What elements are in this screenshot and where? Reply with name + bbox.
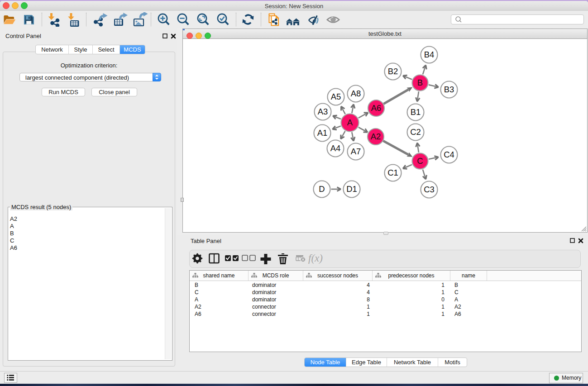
svg-text:B4: B4 [424,50,435,59]
svg-text:B2: B2 [388,67,398,76]
svg-text:C3: C3 [424,185,435,194]
svg-text:C: C [417,156,423,166]
svg-text:D1: D1 [346,184,357,194]
svg-text:A8: A8 [351,89,361,98]
svg-text:A: A [347,118,353,127]
svg-text:C1: C1 [387,168,398,177]
svg-text:f(x): f(x) [308,253,323,264]
svg-text:B: B [417,78,423,87]
svg-text:C2: C2 [410,127,421,137]
svg-text:D: D [319,184,325,194]
svg-text:A7: A7 [351,147,361,156]
svg-text:B3: B3 [444,85,454,94]
svg-text:A3: A3 [318,107,328,116]
svg-text:B1: B1 [411,107,421,117]
svg-text:A2: A2 [371,132,381,141]
svg-text:A1: A1 [317,128,328,138]
svg-text:A4: A4 [330,143,341,153]
svg-text:A5: A5 [331,92,341,101]
svg-text:C4: C4 [444,150,454,159]
svg-text:A6: A6 [371,103,382,113]
